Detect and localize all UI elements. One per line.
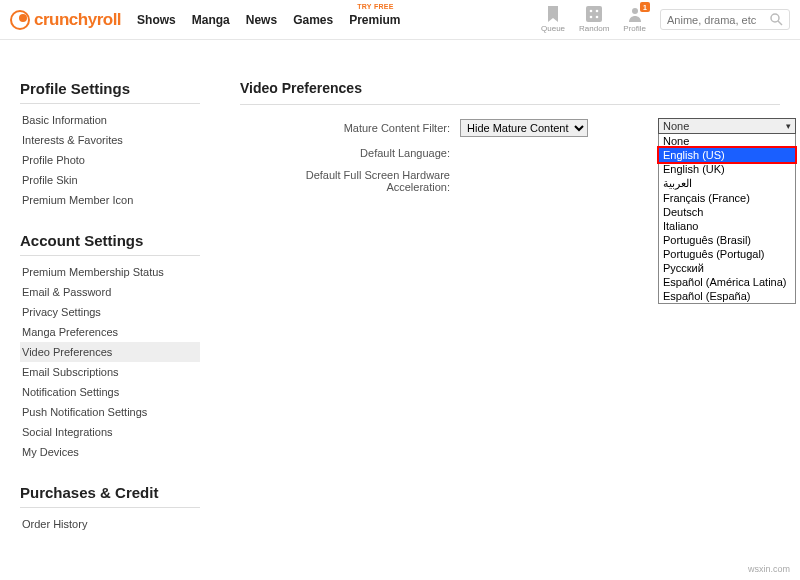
language-dropdown[interactable]: None ▾ None English (US) English (UK) ال… bbox=[658, 118, 796, 304]
profile-button[interactable]: 1 Profile bbox=[623, 6, 646, 33]
sidebar-item-email-password[interactable]: Email & Password bbox=[20, 282, 200, 302]
lang-option-es-es[interactable]: Español (España) bbox=[659, 289, 795, 303]
mature-filter-label: Mature Content Filter: bbox=[240, 122, 460, 134]
svg-point-1 bbox=[590, 10, 593, 13]
main-panel: Video Preferences Mature Content Filter:… bbox=[200, 50, 780, 556]
dice-icon bbox=[586, 6, 602, 22]
chevron-down-icon: ▾ bbox=[786, 121, 791, 131]
lang-option-pt-pt[interactable]: Português (Portugal) bbox=[659, 247, 795, 261]
sidebar-group-account: Account Settings Premium Membership Stat… bbox=[20, 232, 200, 462]
queue-button[interactable]: Queue bbox=[541, 6, 565, 33]
sidebar-item-video-prefs[interactable]: Video Preferences bbox=[20, 342, 200, 362]
sidebar-item-manga-prefs[interactable]: Manga Preferences bbox=[20, 322, 200, 342]
sidebar-item-email-subs[interactable]: Email Subscriptions bbox=[20, 362, 200, 382]
lang-option-it[interactable]: Italiano bbox=[659, 219, 795, 233]
svg-line-7 bbox=[778, 21, 782, 25]
language-dropdown-head[interactable]: None ▾ bbox=[658, 118, 796, 134]
lang-option-en-us[interactable]: English (US) bbox=[659, 148, 795, 162]
svg-rect-0 bbox=[586, 6, 602, 22]
svg-point-4 bbox=[596, 16, 599, 19]
lang-option-de[interactable]: Deutsch bbox=[659, 205, 795, 219]
search-icon bbox=[770, 13, 783, 26]
sidebar-item-profile-skin[interactable]: Profile Skin bbox=[20, 170, 200, 190]
sidebar-item-privacy[interactable]: Privacy Settings bbox=[20, 302, 200, 322]
default-language-label: Default Language: bbox=[240, 147, 460, 159]
nav-manga[interactable]: Manga bbox=[192, 13, 230, 27]
sidebar-item-social[interactable]: Social Integrations bbox=[20, 422, 200, 442]
sidebar-item-devices[interactable]: My Devices bbox=[20, 442, 200, 462]
top-right: Queue Random 1 Profile bbox=[541, 6, 790, 33]
bookmark-icon bbox=[546, 6, 560, 22]
search-box[interactable] bbox=[660, 9, 790, 30]
lang-option-es-la[interactable]: Español (América Latina) bbox=[659, 275, 795, 289]
sidebar-item-interests[interactable]: Interests & Favorites bbox=[20, 130, 200, 150]
sidebar-heading-purchases: Purchases & Credit bbox=[20, 484, 200, 508]
lang-option-pt-br[interactable]: Português (Brasil) bbox=[659, 233, 795, 247]
nav-games[interactable]: Games bbox=[293, 13, 333, 27]
lang-option-none[interactable]: None bbox=[659, 134, 795, 148]
watermark: wsxin.com bbox=[748, 564, 790, 574]
sidebar-item-premium-icon[interactable]: Premium Member Icon bbox=[20, 190, 200, 210]
sidebar-group-purchases: Purchases & Credit Order History bbox=[20, 484, 200, 534]
lang-option-ar[interactable]: العربية bbox=[659, 176, 795, 191]
sidebar-heading-profile: Profile Settings bbox=[20, 80, 200, 104]
svg-point-6 bbox=[771, 14, 779, 22]
sidebar-item-membership[interactable]: Premium Membership Status bbox=[20, 262, 200, 282]
svg-point-3 bbox=[590, 16, 593, 19]
sidebar-item-order-history[interactable]: Order History bbox=[20, 514, 200, 534]
search-input[interactable] bbox=[667, 14, 762, 26]
random-button[interactable]: Random bbox=[579, 6, 609, 33]
crunchyroll-icon bbox=[10, 10, 30, 30]
nav-premium[interactable]: TRY FREE Premium bbox=[349, 13, 400, 27]
notification-badge: 1 bbox=[640, 2, 650, 12]
mature-filter-select[interactable]: Hide Mature Content bbox=[460, 119, 588, 137]
lang-option-ru[interactable]: Русский bbox=[659, 261, 795, 275]
sidebar-item-push-notification[interactable]: Push Notification Settings bbox=[20, 402, 200, 422]
nav-news[interactable]: News bbox=[246, 13, 277, 27]
brand-name: crunchyroll bbox=[34, 10, 121, 30]
sidebar-item-profile-photo[interactable]: Profile Photo bbox=[20, 150, 200, 170]
nav-shows[interactable]: Shows bbox=[137, 13, 176, 27]
sidebar-item-basic-info[interactable]: Basic Information bbox=[20, 110, 200, 130]
top-bar: crunchyroll Shows Manga News Games TRY F… bbox=[0, 0, 800, 40]
brand-logo[interactable]: crunchyroll bbox=[10, 10, 121, 30]
try-free-label: TRY FREE bbox=[357, 3, 394, 10]
sidebar-item-notification[interactable]: Notification Settings bbox=[20, 382, 200, 402]
svg-point-5 bbox=[632, 8, 638, 14]
primary-nav: Shows Manga News Games TRY FREE Premium bbox=[137, 13, 400, 27]
hw-accel-label: Default Full Screen Hardware Acceleratio… bbox=[240, 169, 460, 193]
sidebar-heading-account: Account Settings bbox=[20, 232, 200, 256]
sidebar: Profile Settings Basic Information Inter… bbox=[20, 50, 200, 556]
lang-option-en-uk[interactable]: English (UK) bbox=[659, 162, 795, 176]
content: Profile Settings Basic Information Inter… bbox=[0, 40, 800, 566]
svg-point-2 bbox=[596, 10, 599, 13]
lang-option-fr[interactable]: Français (France) bbox=[659, 191, 795, 205]
sidebar-group-profile: Profile Settings Basic Information Inter… bbox=[20, 80, 200, 210]
page-title: Video Preferences bbox=[240, 80, 780, 105]
